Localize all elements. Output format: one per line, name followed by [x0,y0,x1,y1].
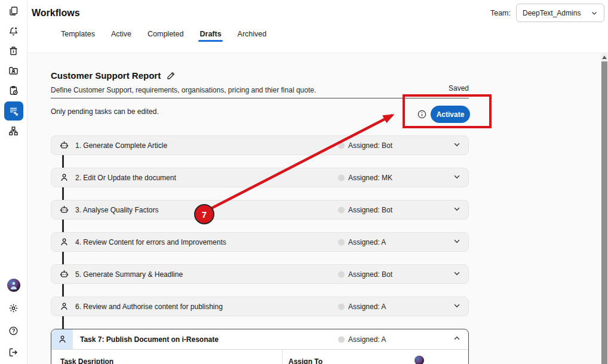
saved-status: Saved [51,84,469,92]
task-label: 6. Review and Authorise content for publ… [75,303,223,311]
help-icon[interactable] [7,323,21,338]
task-7-panel: Task 7: Publish Document on i-Resonate A… [51,329,469,364]
scrollbar-thumb[interactable] [601,61,607,364]
assign-to-label: Assign To [288,357,323,364]
person-icon [60,173,69,183]
settings-icon[interactable] [7,301,21,315]
task-row[interactable]: 3. Analyse Quality Factors Assigned: Bot [51,200,469,220]
person-icon [60,302,69,311]
task-row[interactable]: 5. Generate Summary & Headline Assigned:… [51,264,469,284]
team-label: Team: [490,9,511,17]
task-description-label: Task Desription [60,357,113,364]
app-window: Workflows Team: DeepText_Admins Template… [0,0,608,364]
folder-user-icon[interactable] [7,63,21,78]
status-dot [338,174,345,181]
status-dot [338,142,345,149]
workflow-title: Customer Support Report [51,70,161,81]
task-list: 1. Generate Complete Article Assigned: B… [51,135,469,364]
chevron-down-icon[interactable] [453,172,461,183]
assigned-label: Assigned: MK [348,174,392,182]
content-area: Customer Support Report Define Customer … [27,53,608,364]
status-dot [338,271,345,277]
activate-button[interactable]: Activate [431,106,470,123]
status-dot [338,336,345,343]
workflow-icon[interactable] [4,101,23,121]
scroll-up-arrow-icon[interactable] [602,55,607,59]
task-7-header[interactable]: Task 7: Publish Document on i-Resonate A… [51,329,468,349]
tab-bar: Templates Active Completed Drafts Archiv… [61,30,266,45]
tab-archived[interactable]: Archived [238,30,267,45]
person-icon [60,237,69,247]
assigned-label: Assigned: A [348,335,386,344]
bot-icon [60,141,69,150]
vertical-scrollbar[interactable] [601,53,608,364]
header: Workflows Team: DeepText_Admins Template… [27,0,608,53]
task-label: 1. Generate Complete Article [75,141,167,150]
task-7-detail: Task Desription Assign To [51,349,468,364]
bot-icon [60,205,69,215]
edit-title-icon[interactable] [167,72,175,80]
documents-icon[interactable] [7,4,21,18]
assigned-label: Assigned: Bot [348,270,392,279]
task-label: 5. Generate Summary & Headline [75,270,183,279]
tab-active[interactable]: Active [111,30,131,45]
pending-tasks-notice: Only pending tasks can be edited. [51,107,159,116]
task-label: 3. Analyse Quality Factors [75,206,158,214]
detail-divider [282,350,282,364]
chevron-down-icon[interactable] [453,140,461,151]
assigned-label: Assigned: A [348,238,386,246]
info-icon[interactable] [417,110,426,119]
status-dot [338,239,345,245]
task-connector-line [62,187,64,200]
team-select-value: DeepText_Admins [523,9,581,17]
assigned-label: Assigned: Bot [348,206,392,214]
chevron-down-icon [591,10,598,17]
task-label: 4. Review Content for errors and Improve… [75,238,226,246]
workflow-title-row: Customer Support Report [51,70,175,81]
status-dot [338,303,345,310]
task-7-label: Task 7: Publish Document on i-Resonate [80,335,219,344]
task-row[interactable]: 2. Edit Or Update the document Assigned:… [51,168,469,187]
tab-templates[interactable]: Templates [61,30,95,45]
bot-icon [60,270,69,279]
logout-icon[interactable] [7,345,21,359]
assigned-label: Assigned: Bot [348,141,392,150]
task-row[interactable]: 6. Review and Authorise content for publ… [51,297,469,316]
team-select[interactable]: DeepText_Admins [516,4,604,22]
chevron-down-icon[interactable] [453,237,461,248]
assignee-avatar[interactable] [414,356,424,364]
task-row[interactable]: 1. Generate Complete Article Assigned: B… [51,135,469,155]
tab-drafts[interactable]: Drafts [199,30,221,45]
task-connector-line [62,316,64,329]
person-icon [51,329,73,349]
chevron-down-icon[interactable] [453,269,461,280]
clipboard-clock-icon[interactable] [7,83,21,97]
task-label: 2. Edit Or Update the document [75,174,176,182]
section-divider [51,98,469,98]
hierarchy-icon[interactable] [7,124,21,138]
chevron-down-icon[interactable] [453,301,461,312]
task-connector-line [62,252,64,264]
tab-completed[interactable]: Completed [148,30,183,45]
sidebar [0,0,27,364]
chevron-down-icon[interactable] [453,205,461,215]
task-row[interactable]: 4. Review Content for errors and Improve… [51,232,469,252]
task-connector-line [62,220,64,232]
page-title: Workflows [32,8,80,18]
user-avatar[interactable] [7,279,20,292]
task-connector-line [62,284,64,297]
chevron-up-icon[interactable] [453,334,461,345]
assigned-label: Assigned: A [348,303,386,311]
status-dot [338,206,345,213]
trash-icon[interactable] [7,44,21,58]
notifications-icon[interactable] [7,24,21,38]
task-connector-line [62,155,64,168]
